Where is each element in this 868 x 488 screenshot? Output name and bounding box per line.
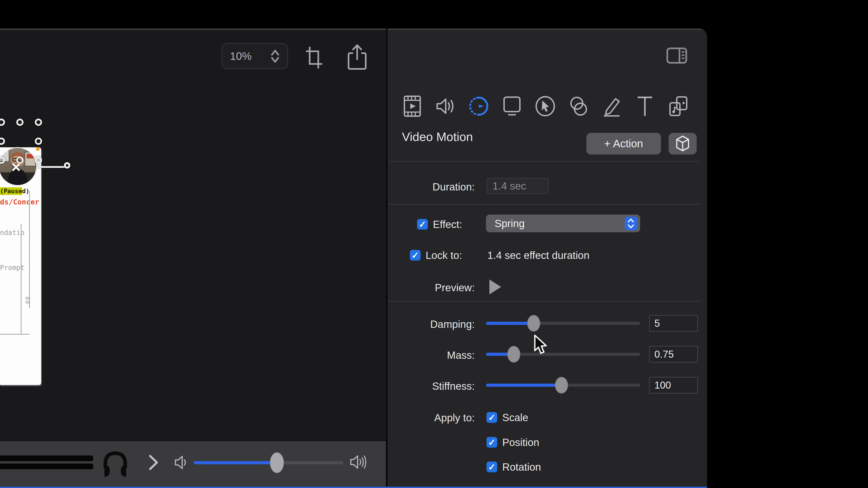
lock-to-value: 1.4 sec effect duration [487, 249, 590, 261]
selection-x-mark: × [11, 161, 21, 173]
speaker-low-icon[interactable] [174, 454, 189, 472]
paused-badge: (Paused) [0, 187, 22, 195]
selection-handle-se[interactable] [35, 157, 42, 164]
crop-icon[interactable] [306, 46, 322, 70]
panel-divider [386, 29, 388, 488]
effect-checkbox[interactable]: ✓ [417, 219, 428, 230]
audio-waveform[interactable] [0, 455, 93, 461]
apply-position-label: Position [502, 436, 539, 449]
tab-video-motion[interactable] [468, 95, 490, 117]
apply-scale-checkbox[interactable]: ✓ [487, 412, 497, 423]
doc-ruler-marks: 88 [24, 296, 31, 304]
cube-icon [675, 135, 690, 152]
lock-to-checkbox[interactable]: ✓ [410, 250, 421, 261]
apply-rotation-row: ✓ Rotation [487, 461, 541, 473]
window-top-edge [0, 29, 707, 30]
tab-audio-properties[interactable] [435, 95, 456, 117]
speaker-high-icon[interactable] [350, 453, 368, 472]
stiffness-slider-knob[interactable] [555, 377, 568, 394]
damping-value-field[interactable] [649, 315, 698, 332]
effect-selected-value: Spring [495, 217, 525, 230]
thumbnail-red-text: ds/Concer [0, 198, 39, 206]
damping-slider-knob[interactable] [527, 315, 540, 332]
mass-value-field[interactable] [649, 346, 698, 363]
damping-label: Damping: [388, 318, 475, 330]
volume-slider-fill [194, 461, 278, 464]
tab-media-library[interactable] [667, 95, 689, 117]
selection-handle-nw[interactable] [0, 119, 5, 126]
chevron-right-icon[interactable] [148, 455, 159, 471]
lock-to-row: ✓ Lock to: [410, 249, 462, 261]
tab-screen-recording[interactable] [501, 95, 523, 117]
timeline-edge-strip [0, 487, 707, 488]
apply-to-label: Apply to: [388, 412, 475, 424]
tab-callout-cursor[interactable] [534, 95, 556, 117]
rotation-handle-line [37, 166, 65, 168]
apply-scale-label: Scale [502, 412, 528, 424]
stiffness-value-field[interactable] [649, 377, 698, 394]
stiffness-slider-fill [486, 384, 561, 387]
duration-label: Duration: [388, 181, 475, 193]
damping-slider-fill [486, 322, 534, 325]
doc-text: ndatio [0, 229, 24, 236]
audio-waveform[interactable] [0, 464, 93, 469]
selection-handle-e[interactable] [35, 138, 42, 145]
dropdown-stepper-icon [625, 217, 637, 230]
duration-field[interactable] [487, 178, 549, 194]
cube-media-button[interactable] [669, 133, 697, 155]
audio-control-bar [0, 441, 386, 487]
volume-slider[interactable] [194, 461, 343, 464]
stiffness-label: Stiffness: [388, 380, 475, 392]
play-triangle-icon[interactable] [489, 280, 501, 294]
apply-rotation-checkbox[interactable]: ✓ [487, 462, 497, 473]
mouse-cursor [533, 334, 548, 357]
add-action-button[interactable]: + Action [586, 133, 661, 155]
selection-handle-n[interactable] [16, 119, 24, 126]
doc-text: Prompt [0, 264, 24, 271]
recording-dot [36, 147, 40, 151]
section-divider [388, 161, 701, 162]
rotation-handle[interactable] [64, 162, 70, 168]
effect-label: Effect: [433, 218, 462, 230]
selection-handle-ne[interactable] [35, 119, 42, 126]
damping-slider[interactable] [486, 322, 640, 325]
tab-video-properties[interactable] [401, 95, 423, 117]
effect-dropdown[interactable]: Spring [486, 215, 640, 232]
effect-row: ✓ Effect: [417, 218, 462, 230]
editor-canvas[interactable]: 10% (Paused) ds/Concer ndat [0, 30, 386, 440]
tab-text[interactable] [634, 95, 656, 117]
app-window: 10% (Paused) ds/Concer ndat [0, 29, 707, 488]
lock-to-label: Lock to: [426, 249, 462, 261]
mass-slider-knob[interactable] [507, 346, 520, 363]
tab-touch-callout[interactable] [567, 95, 589, 117]
doc-frame-line [21, 224, 22, 335]
headphones-icon[interactable] [102, 450, 128, 478]
selection-handle-w[interactable] [0, 138, 5, 145]
apply-scale-row: ✓ Scale [487, 412, 528, 424]
share-icon[interactable] [348, 44, 367, 71]
section-divider [388, 301, 701, 302]
page-title: Video Motion [402, 130, 473, 144]
doc-frame-line [29, 191, 30, 308]
doc-frame-line [0, 334, 30, 335]
zoom-level-value: 10% [230, 50, 252, 62]
zoom-control[interactable]: 10% [221, 43, 288, 69]
sidebar-toggle-icon[interactable] [666, 47, 687, 64]
apply-position-row: ✓ Position [487, 436, 539, 449]
zoom-stepper-icon[interactable] [271, 50, 280, 63]
preview-label: Preview: [388, 282, 475, 294]
section-divider [388, 204, 701, 205]
apply-rotation-label: Rotation [502, 461, 541, 473]
tab-annotations[interactable] [601, 95, 622, 117]
mass-label: Mass: [388, 349, 475, 361]
apply-position-checkbox[interactable]: ✓ [487, 437, 497, 448]
volume-slider-knob[interactable] [270, 452, 284, 473]
